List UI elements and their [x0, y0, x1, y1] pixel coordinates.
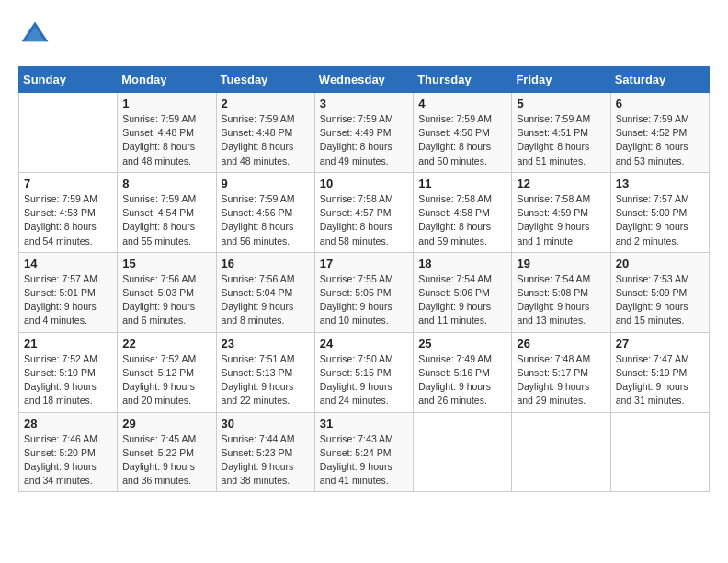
day-number: 23: [222, 337, 310, 350]
day-number: 30: [222, 417, 310, 431]
weekday-header: Thursday: [414, 67, 512, 93]
day-number: 7: [24, 177, 112, 190]
calendar-cell: 15Sunrise: 7:56 AM Sunset: 5:03 PM Dayli…: [118, 252, 216, 332]
calendar-cell: 24Sunrise: 7:50 AM Sunset: 5:15 PM Dayli…: [314, 332, 413, 412]
calendar-cell: 29Sunrise: 7:45 AM Sunset: 5:22 PM Dayli…: [118, 412, 216, 492]
day-info: Sunrise: 7:43 AM Sunset: 5:24 PM Dayligh…: [320, 432, 408, 488]
calendar-cell: 21Sunrise: 7:52 AM Sunset: 5:10 PM Dayli…: [19, 332, 118, 412]
day-info: Sunrise: 7:59 AM Sunset: 4:48 PM Dayligh…: [122, 112, 210, 168]
day-number: 11: [418, 177, 506, 190]
day-info: Sunrise: 7:50 AM Sunset: 5:15 PM Dayligh…: [320, 352, 408, 408]
calendar-cell: 31Sunrise: 7:43 AM Sunset: 5:24 PM Dayli…: [314, 412, 413, 492]
day-info: Sunrise: 7:45 AM Sunset: 5:22 PM Dayligh…: [122, 432, 210, 488]
day-info: Sunrise: 7:57 AM Sunset: 5:00 PM Dayligh…: [616, 192, 704, 248]
day-info: Sunrise: 7:55 AM Sunset: 5:05 PM Dayligh…: [320, 272, 408, 328]
day-number: 14: [24, 257, 112, 270]
day-info: Sunrise: 7:47 AM Sunset: 5:19 PM Dayligh…: [616, 352, 704, 408]
day-number: 19: [517, 257, 605, 270]
day-info: Sunrise: 7:52 AM Sunset: 5:10 PM Dayligh…: [24, 352, 112, 408]
calendar-cell: 5Sunrise: 7:59 AM Sunset: 4:51 PM Daylig…: [512, 93, 610, 173]
calendar-cell: 20Sunrise: 7:53 AM Sunset: 5:09 PM Dayli…: [610, 252, 709, 332]
calendar-cell: 8Sunrise: 7:59 AM Sunset: 4:54 PM Daylig…: [118, 172, 216, 252]
weekday-header: Saturday: [610, 67, 709, 93]
weekday-header: Sunday: [19, 67, 118, 93]
day-number: 29: [122, 417, 210, 431]
calendar-cell: 28Sunrise: 7:46 AM Sunset: 5:20 PM Dayli…: [19, 412, 118, 492]
calendar-cell: [610, 412, 709, 492]
calendar-cell: 14Sunrise: 7:57 AM Sunset: 5:01 PM Dayli…: [19, 252, 118, 332]
day-info: Sunrise: 7:56 AM Sunset: 5:03 PM Dayligh…: [122, 272, 210, 328]
calendar-week-row: 14Sunrise: 7:57 AM Sunset: 5:01 PM Dayli…: [19, 252, 710, 332]
day-number: 31: [320, 417, 408, 431]
day-info: Sunrise: 7:48 AM Sunset: 5:17 PM Dayligh…: [517, 352, 605, 408]
header-row: SundayMondayTuesdayWednesdayThursdayFrid…: [19, 67, 710, 93]
calendar-cell: 22Sunrise: 7:52 AM Sunset: 5:12 PM Dayli…: [118, 332, 216, 412]
day-info: Sunrise: 7:49 AM Sunset: 5:16 PM Dayligh…: [418, 352, 506, 408]
calendar-cell: 26Sunrise: 7:48 AM Sunset: 5:17 PM Dayli…: [512, 332, 610, 412]
logo: [18, 18, 57, 52]
day-number: 12: [517, 177, 605, 190]
page-header: [18, 18, 710, 52]
day-number: 10: [320, 177, 408, 190]
calendar-cell: [414, 412, 512, 492]
day-number: 13: [616, 177, 704, 190]
calendar-cell: 18Sunrise: 7:54 AM Sunset: 5:06 PM Dayli…: [414, 252, 512, 332]
day-number: 15: [122, 257, 210, 270]
calendar-table: SundayMondayTuesdayWednesdayThursdayFrid…: [18, 66, 710, 492]
day-info: Sunrise: 7:56 AM Sunset: 5:04 PM Dayligh…: [222, 272, 310, 328]
day-number: 4: [418, 97, 506, 110]
calendar-cell: 16Sunrise: 7:56 AM Sunset: 5:04 PM Dayli…: [216, 252, 314, 332]
weekday-header: Tuesday: [216, 67, 314, 93]
day-info: Sunrise: 7:59 AM Sunset: 4:48 PM Dayligh…: [222, 112, 310, 168]
day-number: 9: [222, 177, 310, 190]
calendar-cell: 10Sunrise: 7:58 AM Sunset: 4:57 PM Dayli…: [314, 172, 413, 252]
day-number: 6: [616, 97, 704, 110]
calendar-cell: 4Sunrise: 7:59 AM Sunset: 4:50 PM Daylig…: [414, 93, 512, 173]
calendar-cell: 12Sunrise: 7:58 AM Sunset: 4:59 PM Dayli…: [512, 172, 610, 252]
calendar-cell: 23Sunrise: 7:51 AM Sunset: 5:13 PM Dayli…: [216, 332, 314, 412]
calendar-cell: 17Sunrise: 7:55 AM Sunset: 5:05 PM Dayli…: [314, 252, 413, 332]
day-info: Sunrise: 7:58 AM Sunset: 4:57 PM Dayligh…: [320, 192, 408, 248]
day-number: 26: [517, 337, 605, 350]
day-info: Sunrise: 7:51 AM Sunset: 5:13 PM Dayligh…: [222, 352, 310, 408]
calendar-cell: [19, 93, 118, 173]
calendar-week-row: 21Sunrise: 7:52 AM Sunset: 5:10 PM Dayli…: [19, 332, 710, 412]
calendar-cell: 11Sunrise: 7:58 AM Sunset: 4:58 PM Dayli…: [414, 172, 512, 252]
calendar-week-row: 1Sunrise: 7:59 AM Sunset: 4:48 PM Daylig…: [19, 93, 710, 173]
day-info: Sunrise: 7:44 AM Sunset: 5:23 PM Dayligh…: [222, 432, 310, 488]
calendar-cell: 27Sunrise: 7:47 AM Sunset: 5:19 PM Dayli…: [610, 332, 709, 412]
day-number: 28: [24, 417, 112, 431]
day-number: 22: [122, 337, 210, 350]
day-number: 21: [24, 337, 112, 350]
day-info: Sunrise: 7:59 AM Sunset: 4:49 PM Dayligh…: [320, 112, 408, 168]
day-number: 24: [320, 337, 408, 350]
day-info: Sunrise: 7:59 AM Sunset: 4:52 PM Dayligh…: [616, 112, 704, 168]
calendar-cell: 19Sunrise: 7:54 AM Sunset: 5:08 PM Dayli…: [512, 252, 610, 332]
day-number: 1: [122, 97, 210, 110]
calendar-cell: 7Sunrise: 7:59 AM Sunset: 4:53 PM Daylig…: [19, 172, 118, 252]
calendar-cell: 3Sunrise: 7:59 AM Sunset: 4:49 PM Daylig…: [314, 93, 413, 173]
day-info: Sunrise: 7:54 AM Sunset: 5:08 PM Dayligh…: [517, 272, 605, 328]
calendar-cell: 13Sunrise: 7:57 AM Sunset: 5:00 PM Dayli…: [610, 172, 709, 252]
day-number: 27: [616, 337, 704, 350]
weekday-header: Monday: [118, 67, 216, 93]
day-info: Sunrise: 7:59 AM Sunset: 4:53 PM Dayligh…: [24, 192, 112, 248]
day-info: Sunrise: 7:59 AM Sunset: 4:56 PM Dayligh…: [222, 192, 310, 248]
day-number: 16: [222, 257, 310, 270]
day-number: 17: [320, 257, 408, 270]
calendar-cell: [512, 412, 610, 492]
day-info: Sunrise: 7:58 AM Sunset: 4:59 PM Dayligh…: [517, 192, 605, 248]
day-number: 3: [320, 97, 408, 110]
calendar-cell: 30Sunrise: 7:44 AM Sunset: 5:23 PM Dayli…: [216, 412, 314, 492]
weekday-header: Friday: [512, 67, 610, 93]
day-info: Sunrise: 7:54 AM Sunset: 5:06 PM Dayligh…: [418, 272, 506, 328]
logo-icon: [18, 18, 51, 52]
calendar-cell: 2Sunrise: 7:59 AM Sunset: 4:48 PM Daylig…: [216, 93, 314, 173]
calendar-cell: 25Sunrise: 7:49 AM Sunset: 5:16 PM Dayli…: [414, 332, 512, 412]
weekday-header: Wednesday: [314, 67, 413, 93]
day-info: Sunrise: 7:46 AM Sunset: 5:20 PM Dayligh…: [24, 432, 112, 488]
calendar-week-row: 7Sunrise: 7:59 AM Sunset: 4:53 PM Daylig…: [19, 172, 710, 252]
day-number: 8: [122, 177, 210, 190]
calendar-week-row: 28Sunrise: 7:46 AM Sunset: 5:20 PM Dayli…: [19, 412, 710, 492]
day-info: Sunrise: 7:59 AM Sunset: 4:50 PM Dayligh…: [418, 112, 506, 168]
